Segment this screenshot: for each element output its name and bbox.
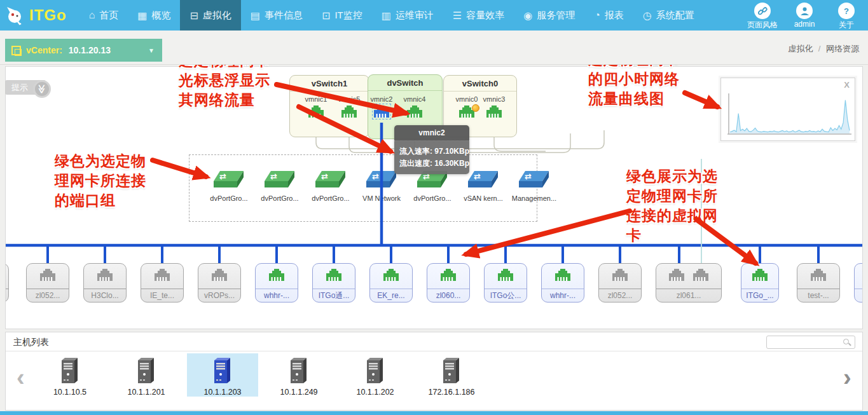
portgroup-label: Managemen... [504,194,565,202]
traffic-chart-panel: X [720,78,855,141]
host-item-10.1.10.5[interactable]: 10.1.10.5 [34,353,106,397]
vm-card[interactable] [854,263,862,303]
vm-card-ITGo[interactable]: ITGo_... [741,263,779,303]
breadcrumb-virtualization[interactable]: 虚拟化 [788,44,813,53]
vcenter-icon [11,46,21,55]
nav-item-system-config[interactable]: ◷ 系统配置 [633,0,704,31]
nav-admin-label: admin [787,20,822,29]
svg-text:⇄: ⇄ [372,172,379,181]
breadcrumb-network-resources[interactable]: 网络资源 [826,44,859,53]
vm-card-zl052[interactable]: zl052... [26,263,69,303]
host-ip-label: 10.1.1.249 [263,388,334,397]
vmnic-vmnic4[interactable]: vmnic4 [399,95,430,121]
double-chevron-down-icon: ≫ [38,85,46,94]
vm-card-label: zl052... [27,289,69,302]
host-item-10.1.1.202[interactable]: 10.1.1.202 [340,353,411,397]
nic-icon[interactable] [308,105,324,118]
vswitch1-title: vSwitch1 [290,76,369,92]
svg-text:⇄: ⇄ [321,172,328,181]
nic-icon [612,268,628,282]
vcenter-dropdown[interactable]: vCenter: 10.1.20.13 ▼ [5,39,162,62]
nic-icon[interactable] [486,105,502,118]
nav-item-label: 首页 [99,10,118,22]
portgroup-managemen[interactable]: ⇄ Managemen... [504,170,565,202]
vcenter-label: vCenter: [26,45,62,55]
nav-item-capacity[interactable]: ☰ 容量效率 [443,0,514,31]
portgroup-switch-icon: ⇄ [366,170,397,189]
vm-card-H3Clo[interactable]: H3Clo... [83,263,127,303]
tips-toggle[interactable]: 提示 ≫ [5,81,46,93]
nic-icon [383,268,399,282]
host-server-icon [213,357,232,384]
nav-item-label: 事件信息 [265,10,303,22]
vm-card-ITGo通[interactable]: ITGo通... [312,263,355,303]
vm-card-label: vROPs... [198,289,240,302]
nic-icon[interactable] [341,105,357,118]
vm-card-EKre[interactable]: EK_re... [369,263,413,303]
nav-item-label: 虚拟化 [203,10,231,22]
svg-text:⇄: ⇄ [474,172,481,181]
logo[interactable]: ITGo [0,0,79,31]
carousel-prev-button[interactable]: ‹ [17,365,25,390]
vm-card-test[interactable]: test-... [797,263,840,303]
vmnic-vmnic3[interactable]: vmnic3 [479,95,509,121]
host-item-10.1.1.201[interactable]: 10.1.1.201 [111,353,182,397]
nic-icon [97,268,113,282]
nic-icon [268,268,285,282]
svg-text:⇄: ⇄ [270,172,277,181]
nav-page-style-button[interactable]: 页面风格 [745,1,780,31]
nav-item-ops-audit[interactable]: ▥ 运维审计 [372,0,443,31]
tooltip-title: vmnic2 [394,125,469,141]
portgroup-switch-icon: ⇄ [265,170,295,189]
page-style-circle [754,3,771,19]
host-item-172.16.1.186[interactable]: 172.16.1.186 [416,353,487,397]
vm-card[interactable] [6,263,9,303]
vmnic-vmnic5[interactable]: vmnic5 [334,95,364,121]
vm-card-IEte[interactable]: IE_te... [141,263,184,303]
top-navbar: ITGo ⌂ 首页 ▦ 概览 ⊟ 虚拟化 ▤ 事件信息 ⊡ IT监控 ▥ 运维审… [0,0,868,31]
nic-icon[interactable] [373,105,390,118]
nic-icon [39,268,56,282]
vm-card-zl052[interactable]: zl052... [598,263,642,303]
nav-item-reports[interactable]: ◔ 报表 [584,0,633,31]
host-server-icon [137,357,156,384]
host-search-box [766,336,855,349]
vm-card-label: ITGo通... [313,289,355,302]
vm-card-zl060[interactable]: zl060... [427,263,470,303]
carousel-next-button[interactable]: › [843,365,851,390]
portgroup-switch-icon: ⇄ [315,170,346,189]
host-item-10.1.1.249[interactable]: 10.1.1.249 [263,353,334,397]
vm-card-whhr[interactable]: whhr-... [541,263,584,303]
vm-card-label: ITGo公... [485,289,527,302]
vm-card-whhr[interactable]: whhr-... [255,263,298,303]
host-list-header: 主机列表 [6,332,862,351]
host-server-icon [366,357,385,384]
nav-item-it-monitor[interactable]: ⊡ IT监控 [312,0,372,31]
vm-card-ITGo公[interactable]: ITGo公... [484,263,527,303]
annotation-virtual-nics: 绿色展示为选 定物理网卡所 连接的虚拟网 卡 [626,167,718,245]
nav-item-home[interactable]: ⌂ 首页 [79,0,128,31]
host-search-input[interactable] [767,336,855,348]
vm-card-vROPs[interactable]: vROPs... [198,263,241,303]
nav-item-service-mgmt[interactable]: ◉ 服务管理 [514,0,584,31]
nav-item-overview[interactable]: ▦ 概览 [128,0,180,31]
dog-logo-icon [5,5,27,25]
vmnic-vmnic0[interactable]: vmnic0 [451,95,482,121]
vm-card-label [855,289,862,302]
portgroup-switch-icon: ⇄ [519,170,549,189]
vm-nic-icons [6,268,8,282]
nav-item-virtualization[interactable]: ⊟ 虚拟化 [180,0,240,31]
nav-about-button[interactable]: ? 关于 [829,1,864,31]
close-icon[interactable]: X [844,80,850,90]
vm-card-zl061[interactable]: zl061... [656,263,722,303]
nic-icon[interactable] [406,105,423,118]
nav-item-events[interactable]: ▤ 事件信息 [241,0,312,31]
nav-admin-button[interactable]: admin [787,1,822,31]
about-circle: ? [838,3,855,19]
vmnic-vmnic2[interactable]: vmnic2 [366,95,397,121]
app-root: 主机列表 ITGo [0,0,868,415]
tips-expand-button[interactable]: ≫ [33,80,51,98]
host-item-10.1.1.203[interactable]: 10.1.1.203 [187,353,258,397]
vmnic-vmnic1[interactable]: vmnic1 [301,95,331,121]
nic-icon [810,268,827,282]
